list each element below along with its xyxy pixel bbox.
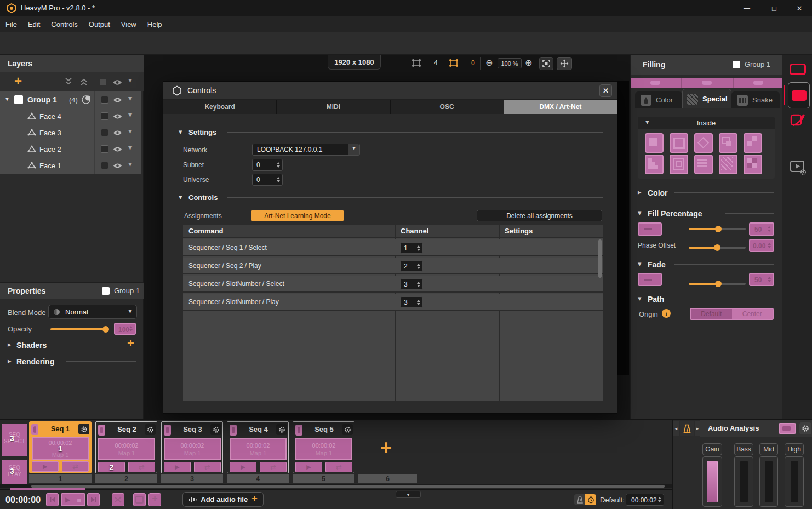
zoom-level-field[interactable]: 100 % [498,58,522,68]
face-collapse-icon[interactable]: ▾ [128,110,132,119]
zoom-out-button[interactable]: ⊖ [485,58,493,68]
add-sequence-button[interactable]: + [380,436,392,459]
sequence-gear-button[interactable] [78,424,89,434]
phase-knob[interactable] [714,244,720,251]
tab-osc[interactable]: OSC [391,100,504,114]
zoom-in-button[interactable]: ⊕ [525,58,532,68]
move-layer-up-icon[interactable] [79,77,89,88]
close-button[interactable]: ✕ [787,0,812,16]
subnet-field[interactable]: 0 [252,159,283,171]
face-visibility-icon[interactable] [113,146,122,154]
fillpct-section-title[interactable]: Fill Percentage [648,209,702,218]
play-icon[interactable]: ▶ [65,496,70,504]
fill-tab-snake[interactable]: Snake [731,91,780,108]
sequence-card[interactable]: Seq 3 00:00:02 Map 1 ▶ ⇄ [161,421,223,473]
sequence-loop-button[interactable]: ⇄ [128,462,155,472]
sequencer-scrollbar-track[interactable] [0,484,672,488]
fade-value-field[interactable]: 50 [749,273,774,286]
sequence-loop-button[interactable]: ⇄ [325,462,352,472]
table-row[interactable]: Sequencer / SlotNumber / Play 3 [183,294,603,311]
settings-section-arrow[interactable]: ▾ [179,128,182,136]
fader-bass-level[interactable] [740,461,748,502]
dialog-close-button[interactable]: ✕ [599,84,612,97]
fill-tab-color[interactable]: Color [635,91,682,108]
face-visibility-icon[interactable] [113,129,122,138]
sequence-card-active[interactable]: Seq 1 00:00:02 1 Map 1 ▶ ⇄ [29,421,92,473]
sequence-play-button[interactable]: ▶ [164,462,191,472]
sequence-slot[interactable]: 00:00:02 Map 1 [295,438,352,460]
fill-preview-strip[interactable] [631,78,782,88]
group-solo-checkbox[interactable] [101,96,108,104]
tab-midi[interactable]: MIDI [277,100,390,114]
fillpct-swatch-button[interactable] [638,222,662,236]
delete-assignments-button[interactable]: Delete all assignments [477,210,602,221]
group-mask-icon[interactable] [81,95,92,106]
layer-face-row[interactable]: Face 4 ▾ [0,108,141,124]
universe-field[interactable]: 0 [252,174,283,186]
solo-all-checkbox[interactable] [100,79,106,85]
table-row[interactable]: Sequencer / SlotNumber / Select 3 [183,276,603,293]
grid-mode-button[interactable]: + [148,493,161,506]
fade-knob[interactable] [715,281,722,287]
pattern-thumb-6[interactable] [645,155,664,174]
sequence-slot[interactable]: 00:00:02 Map 1 [98,438,155,460]
fillpct-knob[interactable] [715,226,722,232]
fader-bass[interactable] [734,456,753,507]
add-audio-button[interactable]: Add audio file + [182,492,264,507]
menu-view[interactable]: View [121,20,136,28]
layer-face-row[interactable]: Face 1 ▾ [0,157,141,174]
sequence-play-button[interactable]: ▶ [230,462,256,472]
group-collapse-icon[interactable]: ▾ [128,94,132,102]
sequence-play-button[interactable]: ▶ [295,462,322,472]
pattern-thumb-1[interactable] [645,133,664,153]
row-channel-field[interactable]: 3 [400,296,423,308]
move-layer-down-icon[interactable] [64,77,73,88]
pattern-thumb-3[interactable] [694,133,713,153]
pattern-thumb-2[interactable] [670,133,688,153]
slot-number-5[interactable]: 5 [293,474,354,483]
shaders-title[interactable]: Shaders [16,341,47,350]
controls-section-title[interactable]: Controls [188,193,218,202]
sequence-loop-button[interactable]: ⇄ [62,461,89,472]
phase-offset-slider[interactable] [689,247,746,249]
group-visibility-icon[interactable] [113,96,122,105]
face-label[interactable]: Face 4 [39,112,61,121]
face-collapse-icon[interactable]: ▾ [128,143,132,152]
fillpct-slider[interactable] [689,228,746,230]
stop-icon[interactable]: ■ [77,496,81,504]
dialog-header[interactable]: Controls ✕ [163,82,617,100]
pattern-thumb-4[interactable] [719,133,737,153]
table-row[interactable]: Sequencer / Seq 1 / Select 1 [183,239,603,256]
slot-number-3[interactable]: 3 [161,474,223,483]
menu-edit[interactable]: Edit [28,20,40,28]
row-channel-field[interactable]: 2 [400,260,423,272]
sequence-play-button[interactable]: 2 [98,462,125,472]
mask-mode-icon[interactable] [789,112,807,131]
face-solo-checkbox[interactable] [101,145,108,153]
fader-mid[interactable] [759,456,778,507]
face-solo-checkbox[interactable] [101,162,108,169]
fade-swatch-button[interactable] [638,273,662,286]
face-label[interactable]: Face 3 [39,129,61,137]
group-color-checkbox[interactable] [14,95,23,104]
pattern-thumb-7[interactable] [670,155,688,174]
sequencer-collapse-button[interactable]: ▾ [396,491,421,498]
tab-dmx-artnet[interactable]: DMX / Art-Net [504,100,617,114]
sequence-loop-button[interactable]: ⇄ [194,462,221,472]
rendering-expander-icon[interactable]: ▸ [8,357,12,365]
fader-mid-level[interactable] [765,461,773,502]
default-duration-field[interactable]: 00:00:02 [626,494,664,506]
sequence-card[interactable]: Seq 4 00:00:02 Map 1 ▶ ⇄ [227,421,289,473]
pattern-thumb-10[interactable] [744,155,762,174]
color-section-title[interactable]: Color [648,188,668,197]
audio-reactivity-button[interactable] [680,421,694,436]
slot-number-1[interactable]: 1 [29,474,92,483]
face-solo-checkbox[interactable] [101,129,108,136]
controls-section-arrow[interactable]: ▾ [179,193,182,201]
duration-mode-clock[interactable] [585,494,596,505]
menu-output[interactable]: Output [89,20,110,28]
layer-group-row[interactable]: ▼ Group 1 (4) ▾ [0,91,141,108]
fit-view-button[interactable] [539,57,553,70]
play-stop-button[interactable]: ▶ ■ [61,493,85,506]
audio-toggle[interactable] [779,423,796,434]
